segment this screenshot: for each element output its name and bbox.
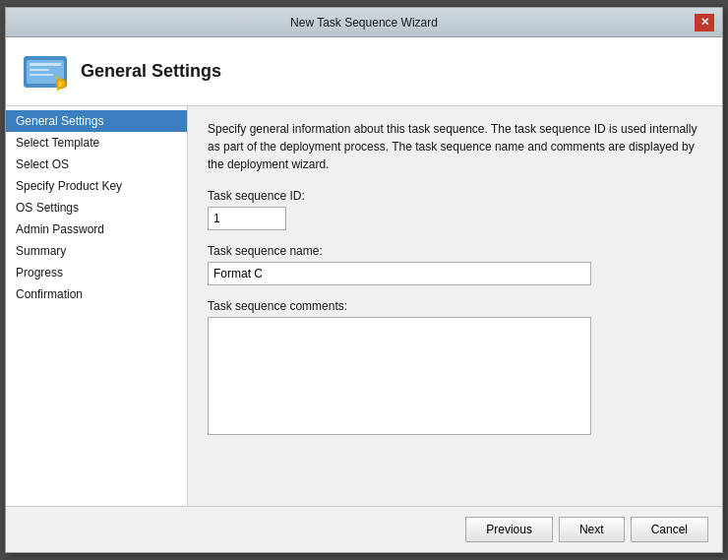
window-title: New Task Sequence Wizard xyxy=(33,16,695,30)
title-bar: New Task Sequence Wizard ✕ xyxy=(6,8,722,37)
task-sequence-name-input[interactable] xyxy=(208,262,591,285)
task-sequence-id-input[interactable] xyxy=(208,207,286,230)
task-sequence-id-group: Task sequence ID: xyxy=(208,189,702,230)
next-button[interactable]: Next xyxy=(559,517,625,542)
task-sequence-name-group: Task sequence name: xyxy=(208,244,702,285)
header-bar: ! General Settings xyxy=(6,37,722,106)
close-button[interactable]: ✕ xyxy=(695,14,714,31)
previous-button[interactable]: Previous xyxy=(465,517,553,542)
task-sequence-id-label: Task sequence ID: xyxy=(208,189,702,203)
sidebar-item-specify-product-key[interactable]: Specify Product Key xyxy=(6,175,187,197)
sidebar-item-admin-password[interactable]: Admin Password xyxy=(6,218,187,240)
sidebar: General Settings Select Template Select … xyxy=(6,106,188,506)
content-area: General Settings Select Template Select … xyxy=(6,106,722,506)
task-sequence-name-label: Task sequence name: xyxy=(208,244,702,258)
svg-rect-4 xyxy=(30,74,53,76)
svg-rect-3 xyxy=(30,69,49,71)
task-sequence-comments-group: Task sequence comments: xyxy=(208,299,702,438)
wizard-icon: ! xyxy=(22,48,69,95)
task-sequence-comments-label: Task sequence comments: xyxy=(208,299,702,313)
sidebar-item-general-settings[interactable]: General Settings xyxy=(6,110,187,132)
main-content: Specify general information about this t… xyxy=(188,106,722,506)
cancel-button[interactable]: Cancel xyxy=(631,517,708,542)
sidebar-item-os-settings[interactable]: OS Settings xyxy=(6,197,187,218)
sidebar-item-select-template[interactable]: Select Template xyxy=(6,132,187,154)
sidebar-item-confirmation[interactable]: Confirmation xyxy=(6,283,187,305)
svg-rect-2 xyxy=(30,63,61,66)
sidebar-item-progress[interactable]: Progress xyxy=(6,262,187,283)
task-sequence-comments-input[interactable] xyxy=(208,317,591,435)
wizard-window: New Task Sequence Wizard ✕ ! General Set… xyxy=(5,7,723,553)
footer-bar: Previous Next Cancel xyxy=(6,506,722,552)
svg-text:!: ! xyxy=(59,81,61,88)
sidebar-item-select-os[interactable]: Select OS xyxy=(6,154,187,175)
page-title: General Settings xyxy=(81,61,221,82)
description-text: Specify general information about this t… xyxy=(208,120,702,173)
sidebar-item-summary[interactable]: Summary xyxy=(6,240,187,262)
